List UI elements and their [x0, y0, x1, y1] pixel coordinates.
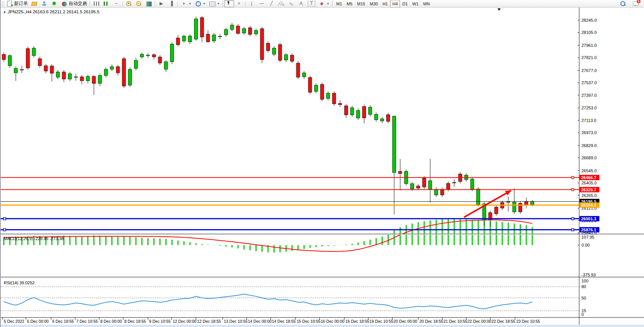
- timeframe-h4-button[interactable]: H4: [390, 0, 400, 8]
- templates-button[interactable]: ▼: [207, 0, 221, 7]
- price-tick-label: 26265.0: [581, 193, 597, 198]
- candle-body: [387, 115, 390, 122]
- candle-body: [92, 76, 96, 83]
- hline-handle[interactable]: [3, 218, 6, 220]
- terminal-window: +新订单自动交易~+−▶▐+▼▼▼+|—╱╱╱E≡FAT◆▼M1M5M15M30…: [0, 0, 644, 327]
- candle-body: [446, 183, 450, 189]
- candle-body: [32, 48, 35, 56]
- timeframe-m5-button[interactable]: M5: [344, 0, 355, 8]
- candle-body: [339, 103, 342, 104]
- candle-body: [308, 77, 312, 92]
- text-button[interactable]: A: [296, 0, 306, 7]
- chevron-down-icon: ▼: [203, 2, 206, 5]
- trendline-button[interactable]: ╱: [267, 0, 276, 7]
- candle-body: [512, 202, 516, 212]
- price-tick-label: 27961.0: [581, 43, 597, 48]
- candle-body: [116, 67, 120, 73]
- time-tick-label: 8 Dec 18:55: [124, 319, 146, 324]
- timeframe-w1-button[interactable]: W1: [410, 0, 421, 8]
- price-tick-label: 27677.0: [581, 68, 597, 73]
- chart-menu-icon[interactable]: ▼: [3, 11, 6, 14]
- candle-body: [104, 69, 108, 75]
- candle-body: [164, 62, 168, 69]
- candle-body: [230, 25, 234, 30]
- candle-body: [278, 45, 282, 61]
- candle-body: [243, 29, 246, 33]
- chart-area[interactable]: 28245.028105.027961.027821.027677.027537…: [1, 0, 644, 327]
- autotrading-button-label: 自动交易: [69, 0, 87, 7]
- candle-body: [296, 63, 300, 77]
- candle-body: [507, 202, 510, 202]
- candlestick-chart-button[interactable]: [101, 0, 111, 7]
- toolbox-icon-button[interactable]: [29, 0, 39, 7]
- hline-handle[interactable]: [3, 229, 6, 231]
- crosshair-button[interactable]: +: [234, 0, 244, 7]
- bar-chart-button[interactable]: [92, 0, 101, 7]
- time-tick-label: 14 Dec 18:55: [272, 319, 296, 324]
- toolbar-grip: [222, 1, 223, 6]
- candle-body: [68, 74, 72, 79]
- candle-body: [26, 48, 30, 68]
- rsi-axis-label: 100: [581, 279, 588, 283]
- cursor-button[interactable]: [224, 0, 234, 7]
- fibonacci-button[interactable]: ≡F: [286, 0, 296, 7]
- hline-handle[interactable]: [572, 176, 574, 179]
- time-tick-label: 20 Dec 00:00: [393, 319, 418, 324]
- label-button[interactable]: T: [306, 0, 317, 7]
- price-badge-label: 26329.7: [581, 188, 596, 192]
- candle-body: [128, 69, 132, 85]
- candle-body: [344, 106, 348, 115]
- price-badge-label: 26154.3: [581, 203, 596, 207]
- channel-button[interactable]: ╱╱E: [276, 0, 286, 7]
- horizontal-line-button[interactable]: —: [257, 0, 267, 7]
- zoom-in-button[interactable]: +: [124, 0, 134, 7]
- time-tick-label: 16 Dec 18:55: [345, 319, 369, 324]
- hline-handle[interactable]: [572, 218, 574, 220]
- time-tick-label: 5 Dec 2022: [4, 319, 24, 324]
- timeframe-m1-button[interactable]: M1: [334, 0, 344, 8]
- time-tick-label: 9 Dec 10:55: [149, 319, 171, 324]
- timeframe-m15-button[interactable]: M15: [355, 0, 367, 8]
- market-watch-button[interactable]: [39, 0, 49, 7]
- price-badge-label: 26466.7: [581, 175, 596, 180]
- chat-button[interactable]: 1: [631, 0, 641, 7]
- timeframe-d1-button[interactable]: D1: [400, 0, 410, 8]
- tile-windows-button[interactable]: [144, 0, 154, 7]
- timeframe-h1-button[interactable]: H1: [380, 0, 390, 8]
- time-tick-label: 22 Dec 18:55: [491, 319, 516, 324]
- price-badge-label: 26001.3: [581, 216, 596, 221]
- candle-body: [368, 107, 372, 114]
- price-tick-label: 26689.0: [581, 155, 597, 160]
- hline-handle[interactable]: [572, 229, 574, 231]
- hline-handle[interactable]: [572, 189, 574, 191]
- zoom-out-button[interactable]: −: [134, 0, 144, 7]
- new-order-button[interactable]: +新订单: [5, 0, 29, 7]
- candle-body: [435, 189, 438, 195]
- periods-button[interactable]: ▼: [193, 0, 207, 7]
- chevron-down-icon: ▼: [217, 2, 220, 5]
- candle-body: [429, 181, 432, 189]
- auto-scroll-button[interactable]: ▶: [156, 0, 166, 7]
- timeframe-m30-button[interactable]: M30: [368, 0, 380, 8]
- time-tick-label: 14 Dec 00:00: [248, 319, 272, 324]
- vertical-line-button[interactable]: |: [247, 0, 257, 7]
- candle-body: [381, 119, 384, 121]
- time-tick-label: 16 Dec 00:00: [321, 319, 345, 324]
- candle-body: [200, 18, 204, 37]
- signals-button[interactable]: [49, 0, 59, 7]
- time-tick-label: 12 Dec 18:55: [197, 319, 221, 324]
- time-tick-label: 8 Dec 00:00: [100, 319, 122, 324]
- arrows-button[interactable]: ◆▼: [317, 0, 331, 7]
- price-tick-label: 27537.0: [581, 80, 597, 85]
- line-chart-button[interactable]: ~: [111, 0, 121, 7]
- candle-body: [471, 179, 474, 189]
- search-button[interactable]: [618, 0, 628, 7]
- timeframe-mn-button[interactable]: MN: [421, 0, 432, 8]
- indicators-button[interactable]: +▼: [179, 0, 193, 7]
- candle-body: [80, 77, 84, 81]
- time-tick-label: 6 Dec 18:55: [52, 319, 74, 324]
- autotrading-button[interactable]: 自动交易: [59, 0, 88, 7]
- rsi-axis-label: 0: [581, 312, 584, 317]
- candle-body: [477, 189, 480, 205]
- chart-shift-button[interactable]: ▐: [166, 0, 176, 7]
